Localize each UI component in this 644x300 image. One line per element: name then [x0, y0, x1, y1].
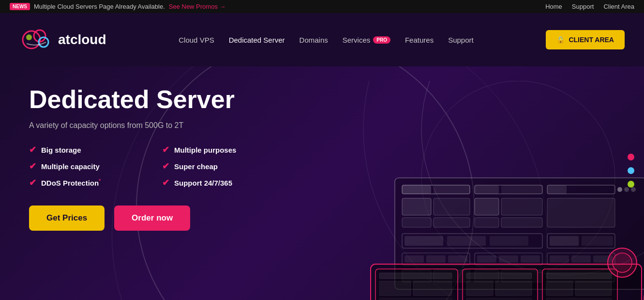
nav-links: Cloud VPS Dedicated Server Domains Servi…	[179, 36, 473, 44]
svg-point-16	[617, 187, 622, 192]
svg-rect-9	[402, 185, 431, 194]
svg-rect-21	[402, 218, 431, 227]
feature-ddos-label: DDoS Protection*	[41, 178, 101, 187]
svg-rect-34	[582, 236, 613, 246]
feature-multiple-purposes: ✔ Multiple purposes	[162, 144, 281, 155]
topnav-home[interactable]: Home	[545, 3, 562, 10]
nav-support[interactable]: Support	[448, 36, 474, 44]
hero-content: Dedicated Server A variety of capacity o…	[29, 86, 281, 231]
dot-green	[628, 181, 634, 188]
svg-rect-64	[466, 281, 493, 296]
nav-features[interactable]: Features	[405, 36, 434, 44]
svg-rect-57	[379, 298, 452, 300]
nav-services[interactable]: Services	[343, 36, 371, 44]
topnav-support[interactable]: Support	[572, 3, 594, 10]
server-svg	[276, 81, 644, 300]
feature-big-storage: ✔ Big storage	[29, 144, 148, 155]
svg-rect-72	[546, 281, 573, 296]
svg-rect-40	[477, 255, 496, 263]
features-list: ✔ Big storage ✔ Multiple purposes ✔ Mult…	[29, 144, 281, 188]
check-icon-6: ✔	[162, 177, 169, 188]
svg-rect-27	[547, 198, 615, 227]
feature-support-247: ✔ Support 24/7/365	[162, 177, 281, 188]
check-icon-1: ✔	[29, 144, 36, 155]
main-navigation: atcloud Cloud VPS Dedicated Server Domai…	[0, 13, 644, 66]
nav-cloud-vps[interactable]: Cloud VPS	[179, 36, 214, 44]
svg-point-0	[23, 31, 40, 48]
side-dots	[628, 154, 634, 188]
svg-rect-31	[490, 236, 528, 246]
cta-buttons: Get Prices Order now	[29, 205, 281, 231]
announcement-text: Multiple Cloud Servers Page Already Avai…	[34, 3, 165, 10]
feature-multiple-capacity: ✔ Multiple capacity	[29, 161, 148, 172]
svg-rect-37	[426, 255, 446, 263]
order-now-button[interactable]: Order now	[114, 205, 190, 231]
nav-services-wrapper: Services PRO	[343, 36, 390, 44]
svg-rect-66	[466, 298, 532, 300]
feature-big-storage-label: Big storage	[41, 146, 81, 154]
svg-rect-29	[404, 236, 443, 246]
svg-rect-26	[501, 218, 542, 227]
feature-multiple-capacity-label: Multiple capacity	[41, 162, 100, 171]
svg-rect-54	[379, 273, 452, 279]
svg-rect-71	[546, 273, 612, 279]
svg-point-17	[624, 187, 629, 192]
hero-title: Dedicated Server	[29, 86, 281, 113]
check-icon-4: ✔	[162, 161, 169, 172]
hero-section: Dedicated Server A variety of capacity o…	[0, 66, 644, 300]
svg-rect-56	[413, 281, 452, 296]
check-icon-5: ✔	[29, 177, 36, 188]
dot-pink	[628, 154, 634, 160]
check-icon-2: ✔	[162, 144, 169, 155]
dot-blue	[628, 167, 634, 174]
pro-badge: PRO	[373, 36, 390, 44]
svg-rect-30	[447, 236, 486, 246]
client-area-button[interactable]: 🔒 CLIENT AREA	[546, 30, 625, 49]
top-bar: news Multiple Cloud Servers Page Already…	[0, 0, 644, 13]
promo-link[interactable]: See New Promos →	[169, 3, 226, 10]
ddos-superscript: *	[99, 178, 101, 184]
svg-rect-24	[501, 198, 542, 215]
svg-rect-45	[571, 255, 591, 263]
svg-rect-65	[495, 281, 532, 296]
topnav-client-area[interactable]: Client Area	[603, 3, 634, 10]
feature-support-label: Support 24/7/365	[174, 179, 232, 187]
nav-dedicated-server[interactable]: Dedicated Server	[229, 36, 285, 44]
svg-rect-73	[575, 281, 612, 296]
svg-rect-41	[499, 255, 518, 263]
svg-rect-12	[475, 185, 499, 194]
svg-rect-42	[521, 255, 540, 263]
svg-rect-44	[550, 255, 569, 263]
svg-point-18	[631, 187, 636, 192]
svg-rect-22	[434, 218, 470, 227]
feature-ddos-protection: ✔ DDoS Protection*	[29, 177, 148, 188]
svg-rect-23	[475, 198, 499, 215]
lock-icon: 🔒	[556, 36, 565, 44]
check-icon-3: ✔	[29, 161, 36, 172]
svg-rect-19	[402, 198, 431, 215]
top-bar-nav: Home Support Client Area	[545, 3, 634, 10]
client-area-label: CLIENT AREA	[569, 36, 614, 44]
server-graphic	[276, 81, 644, 300]
feature-super-cheap: ✔ Super cheap	[162, 161, 281, 172]
svg-rect-74	[546, 298, 612, 300]
logo[interactable]: atcloud	[19, 25, 106, 54]
svg-rect-33	[550, 236, 579, 246]
logo-icon	[19, 25, 53, 54]
svg-rect-13	[501, 185, 542, 194]
hero-subtitle: A variety of capacity options from 500G …	[29, 121, 281, 130]
news-badge: news	[10, 3, 30, 10]
logo-text: atcloud	[58, 32, 106, 47]
svg-rect-63	[466, 273, 532, 279]
svg-rect-25	[475, 218, 499, 227]
svg-point-85	[613, 253, 632, 272]
get-prices-button[interactable]: Get Prices	[29, 205, 105, 231]
feature-multiple-purposes-label: Multiple purposes	[174, 146, 236, 154]
top-bar-announcement: news Multiple Cloud Servers Page Already…	[10, 3, 226, 10]
svg-point-3	[26, 34, 32, 40]
svg-rect-20	[434, 198, 470, 215]
nav-domains[interactable]: Domains	[300, 36, 328, 44]
feature-super-cheap-label: Super cheap	[174, 162, 218, 171]
svg-rect-55	[379, 281, 411, 296]
svg-rect-38	[448, 255, 467, 263]
